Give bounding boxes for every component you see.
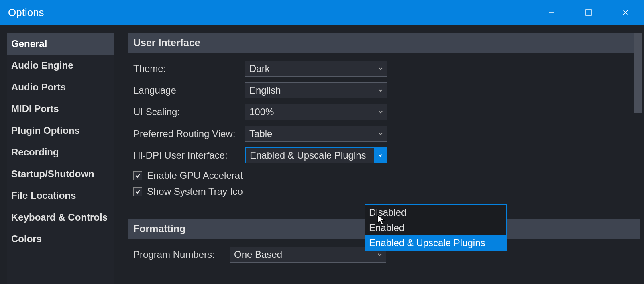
sidebar-item-audio-ports[interactable]: Audio Ports [7,76,114,98]
window-controls [533,0,644,25]
label-scaling: UI Scaling: [133,106,245,118]
sidebar-item-file-locations[interactable]: File Locations [7,185,114,206]
row-language: Language English [133,82,640,98]
row-theme: Theme: Dark [133,61,640,77]
dropdown-list-hidpi: Disabled Enabled Enabled & Upscale Plugi… [365,204,507,251]
dropdown-routing-view[interactable]: Table [245,126,387,142]
row-hidpi: Hi-DPI User Interface: Enabled & Upscale… [133,147,640,163]
row-routing-view: Preferred Routing View: Table [133,126,640,142]
row-scaling: UI Scaling: 100% [133,104,640,120]
checkbox-tray-icon[interactable] [133,187,142,196]
row-gpu-accel: Enable GPU Accelerat [133,169,640,182]
sidebar-item-general[interactable]: General [7,33,114,55]
content-area: General Audio Engine Audio Ports MIDI Po… [0,25,644,284]
close-button[interactable] [607,0,644,25]
section-body-ui: Theme: Dark Language English UI Scaling:… [128,53,640,209]
dropdown-hidpi-value: Enabled & Upscale Plugins [250,150,366,161]
dropdown-language[interactable]: English [245,82,387,98]
dropdown-scaling[interactable]: 100% [245,104,387,120]
dropdown-option-enabled-upscale[interactable]: Enabled & Upscale Plugins [365,235,506,251]
chevron-down-icon [374,148,386,163]
chevron-down-icon [375,104,387,120]
sidebar-item-keyboard-controls[interactable]: Keyboard & Controls [7,206,114,228]
dropdown-option-enabled[interactable]: Enabled [365,220,506,235]
label-theme: Theme: [133,63,245,74]
label-gpu-accel: Enable GPU Accelerat [147,170,243,181]
label-program-numbers: Program Numbers: [133,249,230,260]
dropdown-program-numbers[interactable]: One Based [230,247,386,263]
chevron-down-icon [375,61,387,76]
dropdown-theme[interactable]: Dark [245,61,387,77]
label-tray-icon: Show System Tray Ico [147,186,243,197]
sidebar-item-audio-engine[interactable]: Audio Engine [7,55,114,76]
main-panel: User Interface Theme: Dark Language Engl… [114,33,640,284]
label-language: Language [133,85,245,96]
sidebar-item-colors[interactable]: Colors [7,228,114,250]
dropdown-routing-view-value: Table [249,128,272,139]
sidebar-item-recording[interactable]: Recording [7,141,114,163]
window-title: Options [8,6,44,19]
label-routing-view: Preferred Routing View: [133,128,245,139]
dropdown-language-value: English [249,85,281,96]
row-tray-icon: Show System Tray Ico [133,185,640,198]
checkbox-gpu-accel[interactable] [133,171,142,180]
scrollbar[interactable] [634,33,642,113]
label-hidpi: Hi-DPI User Interface: [133,150,245,161]
dropdown-scaling-value: 100% [249,106,274,118]
section-header-ui: User Interface [128,33,640,53]
maximize-button[interactable] [570,0,607,25]
sidebar-item-plugin-options[interactable]: Plugin Options [7,120,114,141]
sidebar-item-startup-shutdown[interactable]: Startup/Shutdown [7,163,114,185]
title-bar: Options [0,0,644,25]
dropdown-program-numbers-value: One Based [234,249,282,260]
svg-rect-1 [586,10,591,15]
chevron-down-icon [375,126,387,141]
sidebar: General Audio Engine Audio Ports MIDI Po… [7,33,114,284]
dropdown-theme-value: Dark [249,63,270,74]
dropdown-hidpi[interactable]: Enabled & Upscale Plugins [245,147,387,163]
dropdown-option-disabled[interactable]: Disabled [365,205,506,220]
sidebar-item-midi-ports[interactable]: MIDI Ports [7,98,114,120]
minimize-button[interactable] [533,0,570,25]
chevron-down-icon [375,83,387,98]
